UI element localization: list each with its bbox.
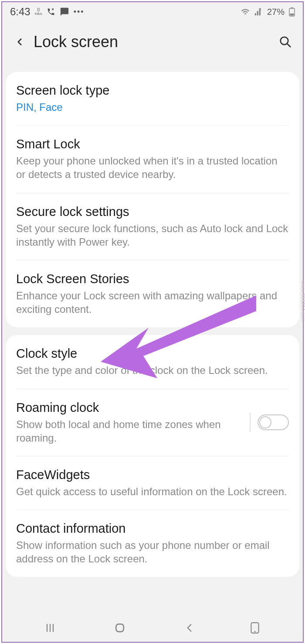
row-facewidgets[interactable]: FaceWidgets Get quick access to useful i… [16, 456, 289, 510]
svg-rect-3 [290, 14, 294, 16]
status-network-speed: 0 KB/s [35, 8, 42, 16]
svg-rect-9 [116, 624, 124, 632]
recents-button[interactable] [40, 617, 61, 638]
toggle-divider [250, 413, 251, 432]
settings-group-2: Clock style Set the type and color of th… [6, 335, 299, 577]
row-title: FaceWidgets [16, 468, 289, 482]
row-screen-lock-type[interactable]: Screen lock type PIN, Face [16, 72, 289, 126]
settings-group-1: Screen lock type PIN, Face Smart Lock Ke… [6, 72, 299, 327]
row-smart-lock[interactable]: Smart Lock Keep your phone unlocked when… [16, 126, 289, 193]
toggle-knob [259, 416, 271, 428]
status-time: 6:43 [10, 6, 30, 18]
row-title: Smart Lock [16, 137, 289, 151]
navigation-bar [2, 614, 303, 642]
row-roaming-clock[interactable]: Roaming clock Show both local and home t… [16, 389, 289, 456]
row-subtitle: Get quick access to useful information o… [16, 485, 289, 498]
row-title: Clock style [16, 346, 289, 361]
signal-icon: R [254, 7, 263, 16]
back-button[interactable] [12, 34, 27, 50]
watermark: www.989214.com [301, 281, 305, 322]
row-secure-lock-settings[interactable]: Secure lock settings Set your secure loc… [16, 193, 289, 260]
search-button[interactable] [278, 34, 293, 50]
message-icon [60, 7, 69, 17]
more-icon: ••• [74, 7, 85, 17]
row-title: Contact information [16, 521, 289, 536]
svg-text:R: R [259, 8, 261, 11]
call-icon [47, 7, 55, 16]
row-subtitle: Show information such as your phone numb… [16, 538, 289, 565]
battery-text: 27% [267, 7, 285, 17]
row-subtitle: PIN, Face [16, 100, 289, 114]
row-lock-screen-stories[interactable]: Lock Screen Stories Enhance your Lock sc… [16, 260, 289, 327]
nav-back-button[interactable] [179, 617, 200, 638]
page-header: Lock screen [2, 21, 303, 72]
status-bar: 6:43 0 KB/s ••• R 27% [2, 2, 303, 21]
wifi-icon [241, 7, 250, 16]
row-subtitle: Set your secure lock functions, such as … [16, 222, 289, 249]
row-title: Lock Screen Stories [16, 272, 289, 286]
row-title: Screen lock type [16, 83, 289, 98]
battery-icon [289, 7, 295, 17]
svg-rect-2 [291, 7, 293, 9]
screenshot-button[interactable] [244, 617, 265, 638]
svg-point-11 [254, 631, 255, 632]
row-subtitle: Enhance your Lock screen with amazing wa… [16, 289, 289, 316]
row-subtitle: Set the type and color of the clock on t… [16, 363, 289, 377]
roaming-clock-toggle[interactable] [258, 414, 289, 430]
home-button[interactable] [109, 617, 130, 638]
row-clock-style[interactable]: Clock style Set the type and color of th… [16, 335, 289, 389]
row-subtitle: Keep your phone unlocked when it's in a … [16, 154, 289, 181]
svg-line-5 [287, 44, 291, 47]
row-title: Secure lock settings [16, 205, 289, 219]
row-contact-information[interactable]: Contact information Show information suc… [16, 510, 289, 577]
row-title: Roaming clock [16, 401, 243, 415]
row-subtitle: Show both local and home time zones when… [16, 418, 243, 445]
page-title: Lock screen [34, 33, 278, 51]
